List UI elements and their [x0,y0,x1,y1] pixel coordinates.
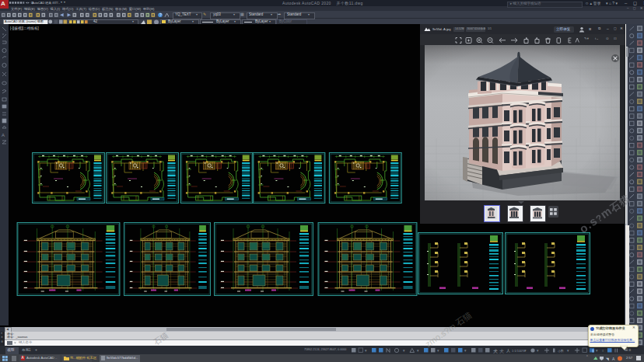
svg-text:1:1/100%: 1:1/100% [512,349,525,353]
svg-text:≡: ≡ [602,349,604,353]
svg-text:▾: ▾ [437,348,439,353]
svg-text:小数: 小数 [558,349,564,353]
svg-text:▾: ▾ [417,348,419,353]
svg-text:▾: ▾ [524,348,527,353]
svg-text:▾: ▾ [464,348,467,353]
svg-text:犬: 犬 [493,349,498,353]
svg-text:A: A [612,357,615,361]
svg-text:犬: 犬 [499,349,504,353]
svg-text:▾: ▾ [567,348,569,353]
svg-text:A: A [2,133,5,137]
svg-text:▾: ▾ [537,348,539,353]
svg-text:◥: ◥ [606,357,609,361]
svg-text:?: ? [159,13,162,17]
svg-text:人: 人 [506,348,510,353]
svg-text:▾: ▾ [596,348,598,353]
svg-text:[-][俯视][二维线框]: [-][俯视][二维线框] [10,26,39,31]
svg-text:▾: ▾ [403,348,405,353]
svg-text:▾: ▾ [365,348,367,353]
